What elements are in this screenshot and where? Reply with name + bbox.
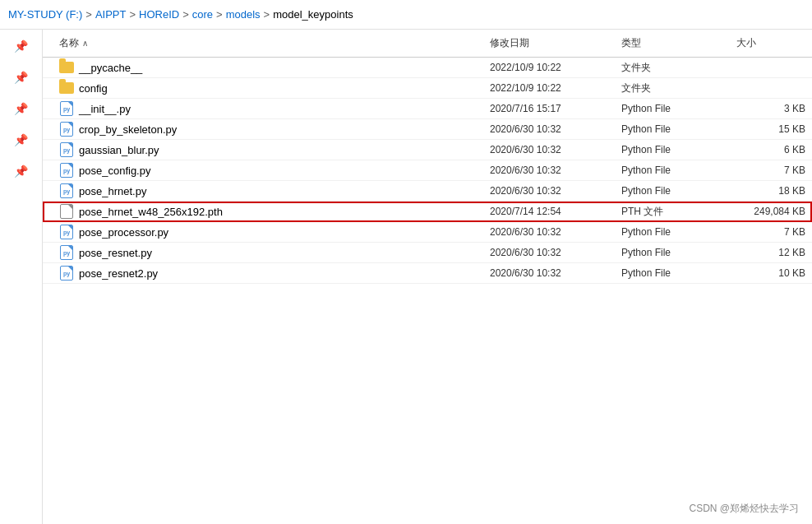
py-file-icon: py (59, 163, 74, 178)
file-date: 2020/6/30 10:32 (483, 267, 615, 279)
py-file-icon: py (59, 122, 74, 137)
file-size: 7 KB (730, 226, 812, 238)
breadcrumb-item-2[interactable]: HOReID (139, 8, 179, 21)
file-type: Python File (615, 185, 730, 197)
table-row[interactable]: py pose_config.py 2020/6/30 10:32 Python… (43, 160, 812, 181)
sidebar: 📌 📌 📌 📌 📌 (0, 30, 43, 524)
file-name: pose_resnet.py (79, 247, 152, 259)
file-type: 文件夹 (615, 61, 730, 75)
file-size: 3 KB (730, 103, 812, 114)
file-date: 2022/10/9 10:22 (483, 82, 615, 94)
breadcrumb-sep-2: > (182, 8, 189, 21)
file-name: crop_by_skeleton.py (79, 123, 177, 136)
file-type: Python File (615, 165, 730, 176)
file-name: config (79, 82, 108, 95)
file-date: 2020/6/30 10:32 (483, 185, 615, 197)
file-type: Python File (615, 144, 730, 155)
file-type: Python File (615, 226, 730, 238)
file-name: pose_hrnet_w48_256x192.pth (79, 206, 223, 218)
breadcrumb-item-1[interactable]: AIPPT (95, 8, 127, 21)
file-date: 2020/6/30 10:32 (483, 144, 615, 155)
folder-icon (59, 60, 74, 75)
file-explorer: 名称 ∧ 修改日期 类型 大小 __pycache__ 2022/10/9 10… (43, 30, 812, 524)
table-row[interactable]: py pose_resnet.py 2020/6/30 10:32 Python… (43, 243, 812, 263)
file-name: __init__.py (79, 103, 131, 115)
table-row[interactable]: py gaussian_blur.py 2020/6/30 10:32 Pyth… (43, 140, 812, 160)
folder-icon (59, 81, 74, 95)
file-type: Python File (615, 267, 730, 279)
file-size: 12 KB (730, 247, 812, 258)
file-type: Python File (615, 103, 730, 114)
file-name: pose_config.py (79, 165, 150, 177)
file-type: 文件夹 (615, 81, 730, 95)
breadcrumb-item-0[interactable]: MY-STUDY (F:) (8, 8, 82, 21)
file-size: 7 KB (730, 165, 812, 176)
table-row[interactable]: config 2022/10/9 10:22 文件夹 (43, 78, 812, 99)
py-file-icon: py (59, 101, 74, 116)
table-header: 名称 ∧ 修改日期 类型 大小 (43, 30, 812, 58)
file-date: 2020/7/14 12:54 (483, 206, 615, 217)
file-list: __pycache__ 2022/10/9 10:22 文件夹 config 2… (43, 58, 812, 284)
file-size: 6 KB (730, 144, 812, 155)
table-row[interactable]: py pose_hrnet.py 2020/6/30 10:32 Python … (43, 181, 812, 202)
file-name: pose_resnet2.py (79, 267, 158, 280)
file-date: 2022/10/9 10:22 (483, 62, 615, 73)
file-type: Python File (615, 247, 730, 258)
py-file-icon: py (59, 266, 74, 281)
table-row[interactable]: pose_hrnet_w48_256x192.pth 2020/7/14 12:… (43, 202, 812, 222)
file-size: 10 KB (730, 267, 812, 279)
file-type: Python File (615, 123, 730, 135)
file-date: 2020/7/16 15:17 (483, 103, 615, 114)
col-header-size[interactable]: 大小 (730, 33, 812, 53)
sidebar-pin-3[interactable]: 📌 (13, 100, 30, 117)
breadcrumb-item-4[interactable]: models (226, 8, 261, 21)
col-header-date[interactable]: 修改日期 (483, 33, 615, 53)
file-date: 2020/6/30 10:32 (483, 165, 615, 176)
file-type: PTH 文件 (615, 205, 730, 219)
sidebar-pin-5[interactable]: 📌 (13, 163, 30, 179)
sidebar-pin-1[interactable]: 📌 (13, 38, 30, 54)
breadcrumb-item-5: model_keypoints (273, 8, 353, 21)
table-row[interactable]: py crop_by_skeleton.py 2020/6/30 10:32 P… (43, 119, 812, 140)
breadcrumb-sep-3: > (216, 8, 223, 21)
table-row[interactable]: py __init__.py 2020/7/16 15:17 Python Fi… (43, 99, 812, 119)
py-file-icon: py (59, 183, 74, 198)
file-name: __pycache__ (79, 62, 142, 74)
file-name: pose_hrnet.py (79, 185, 146, 197)
file-date: 2020/6/30 10:32 (483, 123, 615, 135)
watermark: CSDN @郑烯烃快去学习 (689, 502, 799, 516)
table-row[interactable]: __pycache__ 2022/10/9 10:22 文件夹 (43, 58, 812, 78)
table-row[interactable]: py pose_processor.py 2020/6/30 10:32 Pyt… (43, 222, 812, 243)
file-size: 249,084 KB (730, 206, 812, 217)
file-name: gaussian_blur.py (79, 144, 159, 156)
breadcrumb: MY-STUDY (F:) > AIPPT > HOReID > core > … (0, 0, 812, 30)
breadcrumb-sep-0: > (85, 8, 92, 21)
sidebar-pin-2[interactable]: 📌 (13, 69, 30, 86)
py-file-icon: py (59, 142, 74, 157)
breadcrumb-item-3[interactable]: core (192, 8, 213, 21)
sort-arrow-icon: ∧ (82, 39, 88, 48)
breadcrumb-sep-4: > (264, 8, 270, 21)
breadcrumb-sep-1: > (129, 8, 136, 21)
file-date: 2020/6/30 10:32 (483, 247, 615, 258)
pth-file-icon (59, 204, 74, 219)
sidebar-pin-4[interactable]: 📌 (13, 132, 30, 148)
table-row[interactable]: py pose_resnet2.py 2020/6/30 10:32 Pytho… (43, 263, 812, 284)
file-date: 2020/6/30 10:32 (483, 226, 615, 238)
file-size: 15 KB (730, 123, 812, 135)
py-file-icon: py (59, 245, 74, 260)
file-name: pose_processor.py (79, 226, 168, 239)
py-file-icon: py (59, 225, 74, 239)
col-header-name[interactable]: 名称 ∧ (43, 33, 483, 53)
file-size: 18 KB (730, 185, 812, 197)
col-header-type[interactable]: 类型 (615, 33, 730, 53)
